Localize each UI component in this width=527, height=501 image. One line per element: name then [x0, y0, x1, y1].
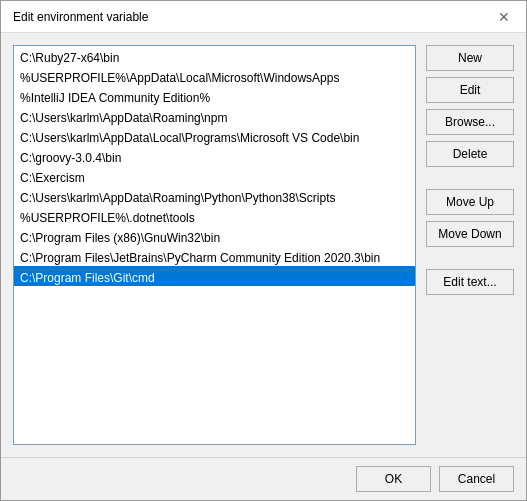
list-item[interactable]: [14, 386, 415, 406]
list-item[interactable]: C:\Users\karlm\AppData\Roaming\Python\Py…: [14, 186, 415, 206]
list-item[interactable]: C:\Ruby27-x64\bin: [14, 46, 415, 66]
dialog-title: Edit environment variable: [13, 10, 148, 24]
buttons-panel: New Edit Browse... Delete Move Up Move D…: [426, 45, 514, 445]
list-item[interactable]: C:\groovy-3.0.4\bin: [14, 146, 415, 166]
list-item[interactable]: [14, 306, 415, 326]
list-item[interactable]: C:\Users\karlm\AppData\Roaming\npm: [14, 106, 415, 126]
ok-button[interactable]: OK: [356, 466, 431, 492]
edit-text-button[interactable]: Edit text...: [426, 269, 514, 295]
list-item[interactable]: C:\Exercism: [14, 166, 415, 186]
move-down-button[interactable]: Move Down: [426, 221, 514, 247]
content-area: C:\Ruby27-x64\bin%USERPROFILE%\AppData\L…: [1, 33, 526, 457]
path-list[interactable]: C:\Ruby27-x64\bin%USERPROFILE%\AppData\L…: [13, 45, 416, 445]
list-item[interactable]: %USERPROFILE%\AppData\Local\Microsoft\Wi…: [14, 66, 415, 86]
list-item[interactable]: C:\Program Files\Git\cmd: [14, 266, 415, 286]
cancel-button[interactable]: Cancel: [439, 466, 514, 492]
move-up-button[interactable]: Move Up: [426, 189, 514, 215]
list-item[interactable]: [14, 406, 415, 426]
edit-button[interactable]: Edit: [426, 77, 514, 103]
list-item[interactable]: %USERPROFILE%\.dotnet\tools: [14, 206, 415, 226]
list-item[interactable]: [14, 346, 415, 366]
delete-button[interactable]: Delete: [426, 141, 514, 167]
list-item[interactable]: %IntelliJ IDEA Community Edition%: [14, 86, 415, 106]
new-button[interactable]: New: [426, 45, 514, 71]
list-item[interactable]: [14, 286, 415, 306]
list-item[interactable]: C:\Program Files (x86)\GnuWin32\bin: [14, 226, 415, 246]
list-item[interactable]: [14, 366, 415, 386]
list-item[interactable]: C:\Users\karlm\AppData\Local\Programs\Mi…: [14, 126, 415, 146]
browse-button[interactable]: Browse...: [426, 109, 514, 135]
list-container: C:\Ruby27-x64\bin%USERPROFILE%\AppData\L…: [13, 45, 416, 445]
list-item[interactable]: [14, 326, 415, 346]
dialog: Edit environment variable ✕ C:\Ruby27-x6…: [0, 0, 527, 501]
close-button[interactable]: ✕: [494, 7, 514, 27]
footer: OK Cancel: [1, 457, 526, 500]
title-bar: Edit environment variable ✕: [1, 1, 526, 33]
list-item[interactable]: C:\Program Files\JetBrains\PyCharm Commu…: [14, 246, 415, 266]
